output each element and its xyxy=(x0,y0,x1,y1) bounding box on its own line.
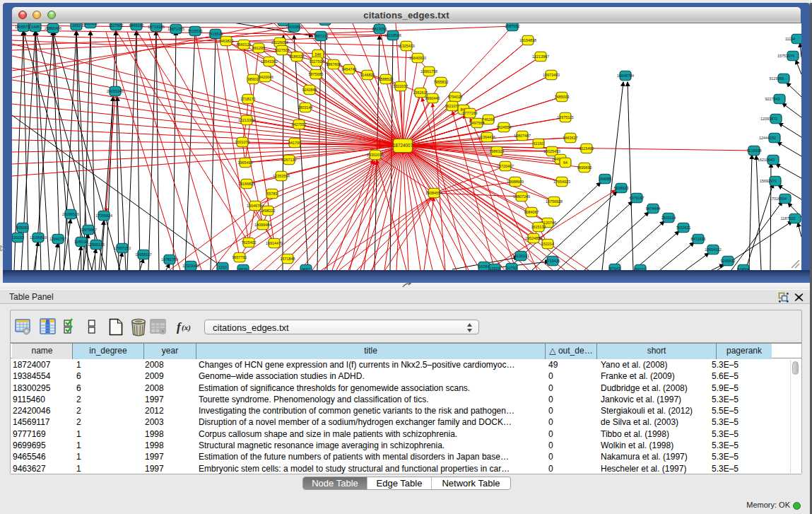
svg-text:16671355: 16671355 xyxy=(167,27,184,31)
svg-text:18724007: 18724007 xyxy=(393,143,413,148)
svg-text:1965493: 1965493 xyxy=(238,160,253,165)
svg-text:8839: 8839 xyxy=(239,267,247,270)
svg-text:19524851: 19524851 xyxy=(525,236,542,240)
svg-text:14055714: 14055714 xyxy=(15,25,32,29)
svg-text:7515526: 7515526 xyxy=(188,29,203,33)
svg-text:10973493: 10973493 xyxy=(543,73,560,77)
svg-text:10807487: 10807487 xyxy=(514,134,531,138)
svg-text:1615132: 1615132 xyxy=(531,225,546,229)
svg-text:924504: 924504 xyxy=(737,267,750,270)
svg-text:16648784: 16648784 xyxy=(617,74,634,78)
svg-text:8990443: 8990443 xyxy=(425,96,440,100)
svg-text:1621072: 1621072 xyxy=(445,104,460,108)
svg-text:14099484: 14099484 xyxy=(254,223,271,227)
svg-text:23302035: 23302035 xyxy=(367,153,384,157)
svg-text:12353594: 12353594 xyxy=(273,174,290,178)
svg-text:8427552: 8427552 xyxy=(292,122,307,127)
svg-text:9327504: 9327504 xyxy=(310,59,324,64)
svg-text:7857224: 7857224 xyxy=(314,34,329,38)
svg-text:10654112: 10654112 xyxy=(705,247,722,252)
svg-text:8186328: 8186328 xyxy=(290,54,305,59)
svg-text:2803144: 2803144 xyxy=(298,105,313,110)
svg-text:17359924: 17359924 xyxy=(95,214,112,218)
svg-text:8813054: 8813054 xyxy=(372,27,387,31)
svg-text:1588520: 1588520 xyxy=(379,77,394,81)
svg-text:12444152: 12444152 xyxy=(759,136,776,140)
svg-text:10688609: 10688609 xyxy=(507,180,524,184)
svg-text:7485003: 7485003 xyxy=(555,95,570,99)
svg-text:62160: 62160 xyxy=(534,141,544,146)
svg-text:8267130: 8267130 xyxy=(282,158,297,162)
svg-text:16210643: 16210643 xyxy=(758,158,775,162)
svg-text:891295: 891295 xyxy=(252,46,265,50)
svg-text:9115460: 9115460 xyxy=(579,146,594,151)
svg-text:21364436: 21364436 xyxy=(478,135,495,139)
svg-text:11325419: 11325419 xyxy=(398,44,415,48)
svg-text:12975115: 12975115 xyxy=(557,115,574,119)
svg-text:98901: 98901 xyxy=(248,77,259,81)
svg-text:6497568: 6497568 xyxy=(470,121,485,125)
svg-text:12505125: 12505125 xyxy=(88,243,105,247)
svg-text:139153: 139153 xyxy=(12,235,24,240)
svg-text:19218506: 19218506 xyxy=(384,33,401,37)
svg-text:64: 64 xyxy=(563,160,567,165)
svg-text:20206526: 20206526 xyxy=(62,212,79,216)
svg-text:14136141: 14136141 xyxy=(512,254,529,258)
svg-text:6794028: 6794028 xyxy=(448,95,463,99)
svg-text:12323448: 12323448 xyxy=(182,264,199,268)
svg-text:2087652: 2087652 xyxy=(505,24,520,28)
svg-text:5875685: 5875685 xyxy=(309,72,324,76)
svg-text:16033809: 16033809 xyxy=(286,25,302,29)
svg-text:1498222: 1498222 xyxy=(261,209,276,213)
svg-text:6379197: 6379197 xyxy=(630,196,645,200)
svg-text:17016504: 17016504 xyxy=(770,197,787,201)
svg-text:55783: 55783 xyxy=(267,192,278,196)
svg-text:5322037: 5322037 xyxy=(394,84,408,88)
svg-text:9474444: 9474444 xyxy=(646,206,661,211)
svg-text:9777169: 9777169 xyxy=(463,111,478,115)
svg-text:(x): (x) xyxy=(182,323,191,332)
svg-text:9245632: 9245632 xyxy=(721,259,736,263)
svg-text:1187533: 1187533 xyxy=(781,216,796,221)
svg-text:10961758: 10961758 xyxy=(420,69,437,74)
svg-text:13925: 13925 xyxy=(490,267,500,270)
svg-text:8471636: 8471636 xyxy=(691,237,706,241)
svg-text:10653287: 10653287 xyxy=(82,23,99,25)
svg-text:3624554: 3624554 xyxy=(497,125,512,129)
svg-text:16914479: 16914479 xyxy=(266,241,283,245)
svg-text:10958117: 10958117 xyxy=(135,252,152,257)
svg-text:9242848: 9242848 xyxy=(302,88,317,92)
svg-text:9227343: 9227343 xyxy=(765,97,780,101)
svg-text:99231: 99231 xyxy=(635,267,646,270)
svg-text:1362615: 1362615 xyxy=(413,90,428,95)
svg-text:7625402: 7625402 xyxy=(242,240,257,245)
svg-text:9657791: 9657791 xyxy=(233,255,247,259)
svg-text:15751074: 15751074 xyxy=(777,54,794,58)
svg-text:1653: 1653 xyxy=(72,23,81,28)
svg-text:1527602: 1527602 xyxy=(109,23,124,28)
svg-text:935081: 935081 xyxy=(16,226,29,230)
svg-text:12942757: 12942757 xyxy=(49,237,66,241)
svg-text:10543362: 10543362 xyxy=(261,59,278,64)
svg-text:9463627: 9463627 xyxy=(563,136,578,140)
svg-text:19384554: 19384554 xyxy=(425,191,442,195)
svg-text:152214: 152214 xyxy=(541,242,554,246)
svg-text:441700: 441700 xyxy=(288,141,301,145)
svg-text:16284: 16284 xyxy=(479,264,490,269)
svg-text:10046784: 10046784 xyxy=(247,204,264,208)
svg-text:17957253: 17957253 xyxy=(114,246,131,250)
svg-text:16640910: 16640910 xyxy=(409,56,426,60)
svg-text:12213369: 12213369 xyxy=(238,118,255,122)
svg-text:7632621: 7632621 xyxy=(676,226,691,230)
svg-text:23226058: 23226058 xyxy=(271,40,288,45)
svg-text:6466160: 6466160 xyxy=(129,23,144,28)
svg-text:9084067: 9084067 xyxy=(524,210,539,214)
svg-text:10154838: 10154838 xyxy=(519,38,536,42)
svg-text:16782759: 16782759 xyxy=(161,257,178,262)
svg-text:9657: 9657 xyxy=(302,267,310,270)
svg-text:1210: 1210 xyxy=(218,265,227,269)
svg-text:7463822: 7463822 xyxy=(219,39,234,43)
svg-text:20053346: 20053346 xyxy=(107,89,124,93)
svg-text:2867608: 2867608 xyxy=(326,62,341,66)
svg-text:1405: 1405 xyxy=(31,25,40,29)
